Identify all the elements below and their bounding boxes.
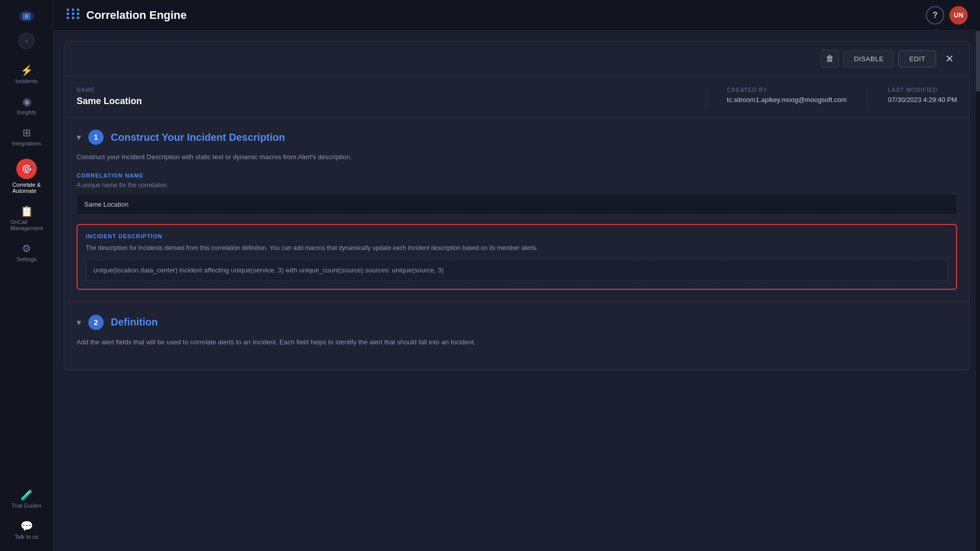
delete-button[interactable]: 🗑 — [821, 49, 839, 68]
sidebar-item-settings[interactable]: ⚙ Settings — [0, 238, 53, 267]
section-1-title: Construct Your Incident Description — [111, 132, 285, 143]
correlation-name-desc: A unique name for the correlation. — [77, 182, 957, 189]
incident-desc-label: INCIDENT DESCRIPTION — [86, 233, 948, 239]
sidebar-expand-button[interactable]: › — [18, 33, 35, 49]
created-by-field: CREATED BY tc.sitroom1.apikey.moog@moogs… — [727, 87, 847, 107]
correlate-icon: 🎯 — [20, 164, 33, 174]
svg-point-4 — [67, 12, 69, 15]
svg-point-6 — [77, 12, 80, 15]
integrations-icon: ⊞ — [22, 128, 31, 138]
svg-point-3 — [77, 8, 80, 11]
section-1-toggle[interactable]: ▾ — [77, 132, 81, 143]
created-by-value: tc.sitroom1.apikey.moog@moogsoft.com — [727, 96, 847, 104]
svg-point-1 — [67, 8, 69, 11]
sidebar-item-insights[interactable]: ◉ Insights — [0, 91, 53, 120]
sidebar-item-incidents[interactable]: ⚡ Incidents — [0, 60, 53, 89]
name-value: Same Location — [77, 96, 685, 107]
incident-description-block: INCIDENT DESCRIPTION The description for… — [77, 224, 957, 290]
content-area: 🗑 DISABLE EDIT ✕ NAME Same Location CREA… — [54, 31, 980, 551]
section-2-toggle[interactable]: ▾ — [77, 317, 81, 328]
incident-desc-text: The description for Incidents derived fr… — [86, 243, 948, 253]
sidebar-item-label: Trial Guides — [12, 503, 42, 509]
step-2-badge: 2 — [88, 315, 104, 330]
svg-point-2 — [72, 8, 75, 11]
meta-divider-2 — [867, 87, 868, 107]
svg-point-7 — [67, 16, 69, 19]
sidebar-item-label: Correlate &Automate — [12, 182, 41, 194]
sidebar-item-integrations[interactable]: ⊞ Integrations — [0, 122, 53, 152]
correlation-name-label: CORRELATION NAME — [77, 172, 957, 179]
topbar: Correlation Engine ? UN — [54, 0, 980, 31]
help-button[interactable]: ? — [926, 6, 944, 24]
edit-button[interactable]: EDIT — [898, 51, 936, 67]
disable-button[interactable]: DISABLE — [843, 51, 894, 67]
trial-icon: 🧪 — [20, 490, 33, 500]
name-label: NAME — [77, 87, 685, 93]
page-title: Correlation Engine — [86, 9, 187, 22]
section-2-title: Definition — [111, 316, 158, 328]
name-field: NAME Same Location — [77, 87, 685, 107]
app-logo — [15, 5, 38, 28]
sidebar-item-label: Integrations — [12, 140, 41, 146]
sidebar-item-oncall[interactable]: 📋 OnCallManagement — [0, 201, 53, 236]
scrollbar-track — [976, 0, 980, 551]
action-bar: 🗑 DISABLE EDIT ✕ — [64, 41, 969, 77]
section-1-desc: Construct your Incident Description with… — [77, 152, 957, 162]
topbar-actions: ? UN — [926, 6, 968, 24]
section-2-header: ▾ 2 Definition — [77, 315, 957, 330]
last-modified-field: LAST MODIFIED 07/30/2023 4:29:40 PM — [888, 87, 957, 107]
last-modified-value: 07/30/2023 4:29:40 PM — [888, 96, 957, 104]
sidebar-item-talk[interactable]: 💬 Talk to us — [0, 516, 53, 545]
created-by-label: CREATED BY — [727, 87, 847, 93]
svg-point-0 — [24, 14, 29, 18]
correlation-name-input[interactable] — [77, 194, 957, 215]
sidebar-item-correlate[interactable]: 🎯 Correlate &Automate — [0, 154, 53, 199]
sidebar-item-label: Incidents — [15, 78, 38, 84]
section-1-header: ▾ 1 Construct Your Incident Description — [77, 130, 957, 145]
section-1: ▾ 1 Construct Your Incident Description … — [64, 117, 969, 303]
incident-desc-input[interactable] — [86, 260, 948, 281]
meta-row: NAME Same Location CREATED BY tc.sitroom… — [64, 77, 969, 117]
scrollbar-thumb[interactable] — [976, 31, 980, 92]
last-modified-label: LAST MODIFIED — [888, 87, 957, 93]
sidebar-item-label: Insights — [17, 109, 36, 115]
svg-point-5 — [72, 12, 75, 15]
user-avatar[interactable]: UN — [949, 6, 968, 24]
sidebar-item-label: Talk to us — [15, 534, 38, 540]
section-2: ▾ 2 Definition Add the alert fields that… — [64, 303, 969, 370]
incidents-icon: ⚡ — [20, 65, 33, 76]
sidebar: › ⚡ Incidents ◉ Insights ⊞ Integrations … — [0, 0, 54, 551]
section-2-desc: Add the alert fields that will be used t… — [77, 337, 957, 347]
svg-point-8 — [72, 16, 75, 19]
step-1-badge: 1 — [88, 130, 104, 145]
sidebar-item-label: OnCallManagement — [10, 219, 43, 231]
oncall-icon: 📋 — [20, 206, 33, 216]
topbar-icon — [66, 8, 80, 23]
settings-icon: ⚙ — [22, 243, 31, 254]
insights-icon: ◉ — [22, 96, 31, 107]
svg-point-9 — [77, 16, 80, 19]
talk-icon: 💬 — [20, 521, 33, 531]
main-panel: 🗑 DISABLE EDIT ✕ NAME Same Location CREA… — [64, 41, 970, 370]
main-area: Correlation Engine ? UN 🗑 DISABLE EDIT ✕… — [54, 0, 980, 551]
meta-divider — [706, 87, 706, 107]
sidebar-item-label: Settings — [16, 256, 37, 262]
sidebar-item-trial[interactable]: 🧪 Trial Guides — [0, 485, 53, 514]
close-button[interactable]: ✕ — [940, 51, 959, 67]
